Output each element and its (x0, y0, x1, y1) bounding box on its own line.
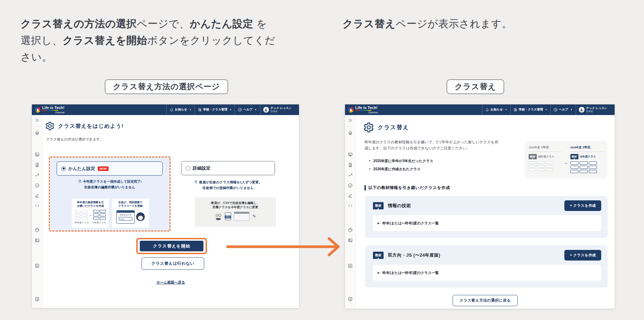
code-icon[interactable] (348, 203, 353, 208)
csv-file-icon: CSV (225, 212, 231, 220)
book-icon[interactable] (35, 297, 40, 302)
app-logo[interactable]: Life is Tech! Lesson (348, 104, 378, 115)
chevron-down-icon: ▼ (229, 109, 231, 111)
palette-icon[interactable] (35, 228, 40, 233)
class-box (589, 170, 597, 173)
pencil-line-icon[interactable] (348, 193, 353, 198)
document-edit-icon[interactable] (35, 162, 40, 167)
material-card: 教材 双方向・JS (〜24年度版) + クラスを作成 ▶ 昨年(または一昨年)… (365, 245, 608, 287)
logo-pinwheel-icon (348, 107, 353, 113)
user-role: 管理者 (586, 110, 608, 113)
chevron-down-icon: ▼ (570, 109, 573, 111)
card-title-line: 生徒が、初回授業で (112, 201, 149, 204)
nav-item-notices[interactable]: お知らせ ▼ (482, 104, 510, 115)
class-box (570, 166, 579, 169)
document-edit-icon[interactable] (348, 162, 353, 167)
class-list-accordion[interactable]: ▶ 昨年(または一昨年)度のクラス一覧 (373, 265, 601, 281)
nav-item-label: 学校・クラス管理 (203, 108, 228, 112)
grade-label: 2年生 (582, 145, 591, 149)
home-icon[interactable] (35, 130, 40, 135)
radio-selected-icon[interactable] (61, 166, 66, 171)
nav-item-label: ヘルプ (243, 108, 252, 112)
user-avatar-icon (579, 107, 585, 113)
book-icon[interactable] (348, 297, 353, 302)
old-class-label: 昨年度クラス (75, 221, 89, 224)
chevrons-right-icon[interactable] (35, 118, 40, 123)
current-class-grid (570, 161, 604, 173)
app-navbar: Life is Tech! Lesson お知らせ ▼ 学校・クラス管理 ▼ ?… (345, 104, 615, 115)
terminal-monitor-icon[interactable] (35, 152, 40, 157)
detail-setting-label: 詳細設定 (193, 165, 211, 171)
chevron-down-icon: ▼ (505, 109, 507, 111)
bell-icon (170, 108, 173, 112)
trend-up-icon[interactable] (348, 173, 353, 178)
radio-unselected-icon[interactable] (186, 166, 190, 171)
palette-icon[interactable] (348, 228, 353, 233)
csv-card-line: 所属クラスを今年度クラスに変更 (195, 205, 276, 209)
class-box (75, 211, 81, 213)
instruction-segment: クラス替えを開始 (63, 35, 147, 46)
create-class-button[interactable]: + クラスを作成 (564, 250, 601, 261)
csv-edit-card: 教員が、CSVで生徒名簿を編集し、 所属クラスを今年度クラスに変更 CSV ✎ (195, 198, 276, 227)
image-icon[interactable] (35, 238, 40, 243)
class-list-label: 昨年(または一昨年)度のクラス一覧 (383, 221, 438, 226)
bar-chart-icon[interactable] (348, 263, 353, 268)
nav-item-school-class[interactable]: 学校・クラス管理 ▼ (195, 104, 235, 115)
user-name: テック レッスン (586, 107, 608, 110)
instruction-text-right: クラス替えページが表示されます。 (343, 16, 611, 32)
logo-script: Lesson (55, 111, 64, 114)
card-title-line: 昨年度の教材情報を引 (72, 201, 109, 204)
nav-user-menu[interactable]: テック レッスン 管理者 ▼ (260, 104, 299, 115)
app-navbar: Life is Tech! Lesson お知らせ ▼ 学校・クラス管理 ▼ ?… (32, 104, 299, 115)
class-code-card: 生徒が、初回授業で クラスコードを登録 クラスコード ●●● (112, 199, 149, 228)
terminal-monitor-icon[interactable] (348, 152, 353, 157)
instruction-segment: ページで、 (137, 18, 190, 29)
image-icon[interactable] (348, 238, 353, 243)
detail-setting-option[interactable]: 詳細設定 (181, 161, 275, 175)
bar-chart-icon[interactable] (35, 263, 40, 268)
pencil-line-icon[interactable] (35, 193, 40, 198)
navbar-menu: お知らせ ▼ 学校・クラス管理 ▼ ? ヘルプ ▼ テック レッスン 管理者 ▼ (166, 104, 299, 115)
code-icon[interactable] (35, 203, 40, 208)
nav-item-help[interactable]: ? ヘルプ ▼ (550, 104, 575, 115)
trend-up-icon[interactable] (35, 173, 40, 178)
instruction-segment: かんたん設定 (190, 18, 253, 29)
nav-item-help[interactable]: ? ヘルプ ▼ (235, 104, 260, 115)
previous-year-column: 2025年度1年生 教材 前年度クラス (529, 145, 562, 171)
check-circle-icon[interactable] (348, 183, 353, 188)
sidebar (32, 115, 42, 308)
logo-script: Lesson (368, 111, 378, 114)
nav-item-school-class[interactable]: 学校・クラス管理 ▼ (510, 104, 551, 115)
class-list-accordion[interactable]: ▶ 昨年(または一昨年)度のクラス一覧 (373, 215, 601, 231)
chevron-down-icon: ▼ (255, 109, 257, 111)
csv-label: CSV (225, 216, 230, 218)
new-badge: NEW! (98, 166, 109, 171)
home-icon[interactable] (348, 130, 353, 135)
back-to-method-selection-button[interactable]: クラス替え方法の選択に戻る (453, 295, 518, 306)
page-description: 昨年度のクラスの教材情報を引き継いで、1つ学年が上がった新しいクラスを作 成しま… (364, 139, 498, 151)
pencil-icon: ✎ (252, 214, 256, 219)
start-class-change-button[interactable]: クラス替えを開始 (140, 241, 203, 251)
card-title-line: クラスコードを登録 (112, 204, 149, 208)
class-box (93, 217, 99, 220)
pointing-hand-icon (194, 180, 198, 184)
logo-title: Life is Tech! (355, 106, 378, 110)
skip-class-change-button[interactable]: クラス替えは行わない (142, 257, 204, 270)
nav-user-menu[interactable]: テック レッスン 管理者 ▼ (576, 104, 615, 115)
csv-card-line: 教員が、CSVで生徒名簿を編集し、 (195, 201, 276, 205)
back-to-home-link[interactable]: ホーム画面へ戻る (42, 280, 299, 285)
app-logo[interactable]: Life is Tech! Lesson (35, 104, 64, 115)
class-box (546, 165, 553, 167)
restriction-list: 2025年度に学年が3年生だったクラス 2026年度に作成されたクラス (369, 157, 433, 173)
class-box (82, 214, 88, 216)
chevrons-right-icon[interactable] (348, 118, 353, 123)
create-class-button[interactable]: + クラスを作成 (564, 200, 601, 211)
nav-item-notices[interactable]: お知らせ ▼ (166, 104, 195, 115)
check-circle-icon[interactable] (35, 183, 40, 188)
sidebar (345, 115, 356, 309)
class-box (82, 211, 88, 213)
easy-setting-option[interactable]: かんたん設定 NEW! (57, 161, 163, 176)
chevron-down-icon: ▼ (545, 109, 547, 111)
class-box (570, 170, 579, 173)
description-line: 成します。以下のクラスは作成できないのでご注意ください。 (364, 145, 498, 151)
